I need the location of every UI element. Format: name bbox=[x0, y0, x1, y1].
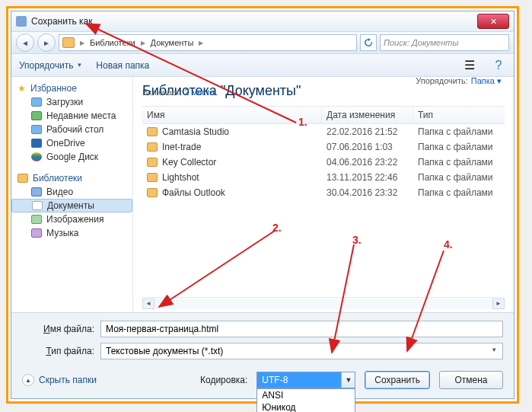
navigation-sidebar: ★Избранное Загрузки Недавние места Рабоч… bbox=[11, 77, 133, 312]
file-name: Файлы Outlook bbox=[162, 187, 225, 198]
folder-icon bbox=[147, 158, 158, 167]
libraries-icon bbox=[62, 37, 75, 48]
sidebar-item-onedrive[interactable]: OneDrive bbox=[11, 136, 132, 150]
libraries-group-icon bbox=[18, 174, 28, 183]
encoding-combo[interactable]: UTF-8 ▼ bbox=[256, 372, 355, 388]
hide-folders-toggle[interactable]: ▲ Скрыть папки bbox=[22, 374, 97, 386]
google-drive-icon bbox=[31, 152, 42, 161]
scroll-left-button[interactable]: ◄ bbox=[142, 299, 155, 309]
help-button[interactable]: ? bbox=[491, 58, 506, 73]
organize-menu[interactable]: Упорядочить▼ bbox=[19, 60, 82, 71]
toolbar: Упорядочить▼ Новая папка ☰ ? bbox=[11, 54, 514, 77]
encoding-option[interactable]: ANSI bbox=[257, 389, 355, 401]
folder-icon bbox=[147, 188, 158, 197]
refresh-button[interactable] bbox=[360, 34, 377, 51]
file-row[interactable]: Файлы Outlook30.04.2016 23:32Папка с фай… bbox=[142, 185, 505, 200]
sort-label: Упорядочить: bbox=[416, 77, 468, 86]
col-date[interactable]: Дата изменения bbox=[322, 107, 413, 123]
bottom-panel: Имя файла: Моя-первая-страница.html Тип … bbox=[11, 312, 514, 398]
encoding-option[interactable]: Юникод bbox=[257, 401, 355, 412]
encoding-dropdown-button[interactable]: ▼ bbox=[341, 372, 355, 388]
file-date: 13.11.2015 22:46 bbox=[322, 172, 413, 183]
file-name: Inet-trade bbox=[162, 142, 201, 152]
file-date: 04.06.2016 23:22 bbox=[322, 157, 413, 168]
forward-button[interactable]: ► bbox=[37, 34, 56, 52]
new-folder-button[interactable]: Новая папка bbox=[96, 60, 149, 71]
encoding-dropdown-list: ANSIЮникодЮникод Big EndianUTF-8 bbox=[256, 388, 355, 412]
content-pane: Библиотека "Документы" Упорядочить: Папк… bbox=[133, 77, 514, 312]
encoding-label: Кодировка: bbox=[200, 375, 247, 385]
scroll-track[interactable] bbox=[155, 299, 492, 309]
file-row[interactable]: Lightshot13.11.2015 22:46Папка с файлами bbox=[142, 170, 505, 185]
folder-icon bbox=[147, 173, 158, 182]
address-bar[interactable]: ▶ Библиотеки ▶ Документы ▶ bbox=[59, 34, 357, 51]
folder-icon bbox=[147, 127, 158, 136]
sidebar-item-recent[interactable]: Недавние места bbox=[11, 109, 132, 123]
onedrive-icon bbox=[31, 139, 42, 148]
desktop-icon bbox=[31, 125, 42, 134]
folder-icon bbox=[147, 142, 158, 152]
file-row[interactable]: Key Collector04.06.2016 23:22Папка с фай… bbox=[142, 155, 505, 170]
app-icon bbox=[16, 16, 27, 27]
file-row[interactable]: Camtasia Studio22.02.2016 21:52Папка с ф… bbox=[142, 124, 505, 139]
sidebar-item-images[interactable]: Изображения bbox=[11, 212, 132, 226]
scroll-right-button[interactable]: ► bbox=[492, 299, 505, 309]
file-date: 07.06.2016 1:03 bbox=[322, 142, 413, 152]
file-date: 30.04.2016 23:32 bbox=[322, 187, 413, 198]
view-options-button[interactable]: ☰ bbox=[462, 58, 477, 73]
horizontal-scrollbar: ◄ ► bbox=[142, 297, 505, 309]
col-type[interactable]: Тип bbox=[413, 107, 505, 123]
save-button[interactable]: Сохранить bbox=[365, 371, 430, 389]
close-button[interactable]: ✕ bbox=[477, 14, 509, 29]
file-row[interactable]: Inet-trade07.06.2016 1:03Папка с файлами bbox=[142, 139, 505, 155]
col-name[interactable]: Имя bbox=[142, 107, 322, 123]
file-date: 22.02.2016 21:52 bbox=[322, 126, 413, 137]
breadcrumb-documents[interactable]: Документы bbox=[151, 38, 194, 47]
video-icon bbox=[31, 187, 42, 196]
titlebar: Сохранить как ✕ bbox=[11, 11, 514, 31]
sidebar-item-video[interactable]: Видео bbox=[11, 185, 132, 199]
back-button[interactable]: ◄ bbox=[16, 34, 34, 52]
favorites-group[interactable]: ★Избранное bbox=[11, 81, 132, 95]
music-icon bbox=[31, 228, 42, 238]
libraries-group[interactable]: Библиотеки bbox=[11, 171, 132, 185]
sort-dropdown[interactable]: Папка ▾ bbox=[471, 77, 502, 86]
breadcrumb-libraries[interactable]: Библиотеки bbox=[90, 38, 135, 47]
file-name: Lightshot bbox=[162, 172, 199, 183]
search-input[interactable]: Поиск: Документы bbox=[380, 34, 509, 51]
sidebar-item-desktop[interactable]: Рабочий стол bbox=[11, 123, 132, 136]
nav-bar: ◄ ► ▶ Библиотеки ▶ Документы ▶ Поиск: До… bbox=[11, 31, 514, 54]
library-includes: Включает: 2 места bbox=[142, 88, 505, 97]
images-icon bbox=[31, 215, 42, 224]
file-type: Папка с файлами bbox=[413, 142, 505, 152]
filetype-label: Тип файла: bbox=[22, 346, 94, 356]
file-name: Key Collector bbox=[162, 157, 216, 168]
column-headers: Имя Дата изменения Тип bbox=[142, 106, 505, 124]
sidebar-item-music[interactable]: Музыка bbox=[11, 226, 132, 240]
includes-link[interactable]: 2 места bbox=[184, 88, 214, 97]
file-type: Папка с файлами bbox=[413, 187, 505, 198]
chevron-up-icon: ▲ bbox=[22, 374, 34, 386]
sidebar-item-downloads[interactable]: Загрузки bbox=[11, 95, 132, 109]
sidebar-item-documents[interactable]: Документы bbox=[11, 199, 132, 212]
filename-input[interactable]: Моя-первая-страница.html bbox=[100, 321, 503, 337]
filetype-combo[interactable]: Текстовые документы (*.txt) bbox=[100, 343, 503, 359]
file-type: Папка с файлами bbox=[413, 126, 505, 137]
save-as-dialog: Сохранить как ✕ ◄ ► ▶ Библиотеки ▶ Докум… bbox=[11, 11, 514, 399]
documents-icon bbox=[32, 201, 43, 210]
file-type: Папка с файлами bbox=[413, 172, 505, 183]
downloads-icon bbox=[31, 97, 42, 107]
file-type: Папка с файлами bbox=[413, 157, 505, 168]
recent-icon bbox=[31, 111, 42, 120]
sidebar-item-googledrive[interactable]: Google Диск bbox=[11, 150, 132, 164]
window-title: Сохранить как bbox=[31, 16, 477, 27]
file-name: Camtasia Studio bbox=[162, 126, 229, 137]
cancel-button[interactable]: Отмена bbox=[439, 371, 503, 389]
filename-label: Имя файла: bbox=[22, 324, 94, 334]
